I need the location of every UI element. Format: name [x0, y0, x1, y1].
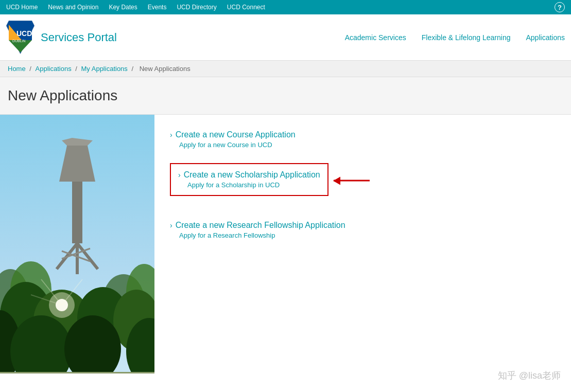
breadcrumb: Home / Applications / My Applications / … [0, 61, 571, 77]
fellowship-chevron-icon: › [170, 221, 172, 229]
logo-area: UCD DUBLIN Services Portal [6, 21, 119, 54]
top-nav-links: UCD Home News and Opinion Key Dates Even… [6, 4, 265, 11]
nav-academic-services[interactable]: Academic Services [345, 33, 406, 42]
fellowship-application-item: › Create a new Research Fellowship Appli… [170, 221, 556, 239]
scholarship-chevron-icon: › [178, 171, 181, 179]
course-application-subtitle: Apply for a new Course in UCD [179, 141, 556, 149]
site-header: UCD DUBLIN Services Portal Academic Serv… [0, 14, 571, 61]
breadcrumb-sep-2: / [75, 65, 79, 73]
svg-text:DUBLIN: DUBLIN [12, 39, 26, 43]
fellowship-application-link[interactable]: › Create a new Research Fellowship Appli… [170, 221, 556, 230]
help-icon[interactable]: ? [555, 2, 565, 12]
nature-image [0, 115, 154, 372]
course-application-title: Create a new Course Application [176, 130, 296, 139]
nav-key-dates[interactable]: Key Dates [109, 4, 137, 11]
scholarship-application-link[interactable]: › Create a new Scholarship Application [178, 170, 320, 180]
fellowship-application-subtitle: Apply for a Research Fellowship [179, 231, 556, 239]
breadcrumb-sep-1: / [29, 65, 33, 73]
red-arrow-indicator [334, 180, 370, 182]
breadcrumb-home[interactable]: Home [8, 65, 26, 73]
course-application-link[interactable]: › Create a new Course Application [170, 130, 556, 139]
scholarship-highlight-box: › Create a new Scholarship Application A… [170, 163, 328, 196]
ucd-logo: UCD DUBLIN [6, 21, 34, 54]
page-content: New Applications [0, 77, 571, 373]
breadcrumb-applications[interactable]: Applications [36, 65, 72, 73]
scholarship-application-title: Create a new Scholarship Application [184, 170, 320, 180]
course-application-item: › Create a new Course Application Apply … [170, 130, 556, 149]
nav-events[interactable]: Events [148, 4, 167, 11]
nav-flexible-learning[interactable]: Flexible & Lifelong Learning [422, 33, 511, 42]
breadcrumb-current: New Applications [140, 65, 191, 73]
course-chevron-icon: › [170, 131, 172, 139]
scholarship-application-subtitle: Apply for a Scholarship in UCD [187, 181, 320, 189]
svg-rect-8 [72, 182, 82, 243]
nav-ucd-home[interactable]: UCD Home [6, 4, 38, 11]
page-title: New Applications [8, 87, 563, 104]
image-panel [0, 115, 154, 373]
main-section: › Create a new Course Application Apply … [0, 115, 571, 373]
main-nav: Academic Services Flexible & Lifelong Le… [345, 33, 565, 42]
nav-ucd-directory[interactable]: UCD Directory [177, 4, 216, 11]
nav-news-opinion[interactable]: News and Opinion [48, 4, 98, 11]
nav-ucd-connect[interactable]: UCD Connect [227, 4, 265, 11]
breadcrumb-my-applications[interactable]: My Applications [81, 65, 128, 73]
nav-applications[interactable]: Applications [526, 33, 565, 42]
breadcrumb-sep-3: / [131, 65, 135, 73]
portal-title: Services Portal [41, 31, 117, 44]
top-nav-bar: UCD Home News and Opinion Key Dates Even… [0, 0, 571, 14]
fellowship-application-title: Create a new Research Fellowship Applica… [176, 221, 345, 230]
content-panel: › Create a new Course Application Apply … [154, 115, 571, 373]
page-title-area: New Applications [0, 77, 571, 115]
svg-text:UCD: UCD [16, 29, 32, 38]
scholarship-application-item: › Create a new Scholarship Application A… [170, 163, 328, 198]
